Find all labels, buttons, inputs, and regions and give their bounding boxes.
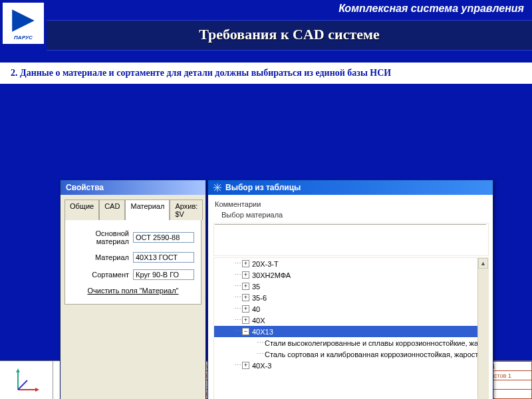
expander-icon[interactable]: + (242, 271, 249, 279)
tree-item[interactable]: ⋯+40Х (214, 315, 477, 326)
properties-titlebar[interactable]: Свойства (61, 180, 205, 195)
svg-line-5 (18, 380, 27, 390)
drawing-axes-icon (0, 361, 53, 399)
page-subtitle: 2. Данные о материале и сортаменте для д… (0, 63, 532, 84)
tree-item-label: Стали высоколегированные и сплавы корроз… (265, 339, 477, 347)
scroll-up-button[interactable]: ▲ (478, 258, 488, 269)
tree-item-label: 20Х-3-Т (252, 260, 279, 268)
tree-item[interactable]: ⋯−40Х13 (214, 326, 477, 337)
expander-icon[interactable]: + (242, 260, 249, 267)
clear-material-link[interactable]: Очистить поля "Материал" (72, 287, 194, 295)
tree-item-label: 40 (252, 305, 260, 313)
expander-icon[interactable]: + (242, 362, 249, 369)
snowflake-icon (213, 184, 221, 192)
toolbar-placeholder (213, 223, 489, 256)
tree-item[interactable]: ⋯Стали высоколегированные и сплавы корро… (214, 337, 477, 348)
tree-item-label: 30ХН2МФА (252, 271, 291, 279)
expander-icon[interactable]: + (242, 294, 249, 301)
material-tree[interactable]: ⋯+20Х-3-Т⋯+30ХН2МФА⋯+35⋯+35-6⋯+40⋯+40Х⋯−… (214, 258, 477, 399)
tab-общие[interactable]: Общие (65, 200, 99, 220)
expander-icon[interactable]: + (242, 283, 249, 290)
expander-icon[interactable]: + (242, 305, 249, 313)
material-input[interactable] (133, 252, 194, 263)
breadcrumb-2[interactable]: Выбор материала (215, 209, 486, 220)
sortament-label: Сортамент (72, 271, 133, 279)
table-select-title: Выбор из таблицы (225, 183, 301, 192)
sortament-input[interactable] (133, 269, 194, 280)
tab-архив: $v[interactable]: Архив: $V (170, 200, 203, 220)
main-material-label: Основной материал (72, 229, 133, 245)
tree-scrollbar[interactable]: ▲ ▼ (477, 258, 488, 399)
tree-item-label: 35 (252, 283, 260, 291)
tree-item[interactable]: ⋯+35 (214, 281, 477, 292)
table-select-titlebar[interactable]: Выбор из таблицы (208, 180, 493, 195)
logo: ПАРУС (3, 3, 44, 44)
table-select-dialog: Выбор из таблицы Комментарии Выбор матер… (207, 180, 493, 399)
tree-item[interactable]: ⋯Сталь сортовая и калиброванная коррозио… (214, 348, 477, 360)
tree-item[interactable]: ⋯+30ХН2МФА (214, 269, 477, 281)
properties-tabs: ОбщиеCADМатериалАрхив: $V (61, 195, 205, 219)
material-label: Материал (72, 253, 133, 261)
brand-label: Комплексная система управления (338, 3, 524, 15)
properties-tab-body: Основной материал Материал Сортамент Очи… (65, 219, 201, 305)
svg-marker-0 (12, 9, 35, 32)
tab-материал[interactable]: Материал (125, 200, 170, 220)
tree-container: ⋯+20Х-3-Т⋯+30ХН2МФА⋯+35⋯+35-6⋯+40⋯+40Х⋯−… (213, 257, 489, 399)
breadcrumb-1[interactable]: Комментарии (215, 199, 486, 209)
properties-title: Свойства (66, 183, 104, 192)
tree-item[interactable]: ⋯+35-6 (214, 292, 477, 303)
tree-item-label: Сталь сортовая и калиброванная коррозион… (265, 350, 477, 358)
expander-icon[interactable]: − (242, 328, 249, 335)
tree-item-label: 40Х13 (252, 328, 273, 336)
tab-cad[interactable]: CAD (99, 200, 125, 220)
tree-item-label: 35-6 (252, 294, 267, 302)
svg-marker-4 (35, 388, 39, 392)
tree-item[interactable]: ⋯+40 (214, 303, 477, 315)
expander-icon[interactable]: + (242, 317, 249, 324)
svg-marker-2 (16, 368, 20, 372)
tree-item[interactable]: ⋯+20Х-3-Т (214, 258, 477, 269)
main-material-input[interactable] (133, 232, 194, 243)
tree-item-label: 40Х (252, 317, 265, 325)
logo-text: ПАРУС (14, 35, 33, 41)
tree-item-label: 40Х-3 (252, 362, 271, 370)
page-title: Требования к CAD системе (47, 20, 532, 51)
tree-item[interactable]: ⋯+40Х-3 (214, 360, 477, 371)
properties-dialog: Свойства ОбщиеCADМатериалАрхив: $V Основ… (60, 180, 206, 399)
